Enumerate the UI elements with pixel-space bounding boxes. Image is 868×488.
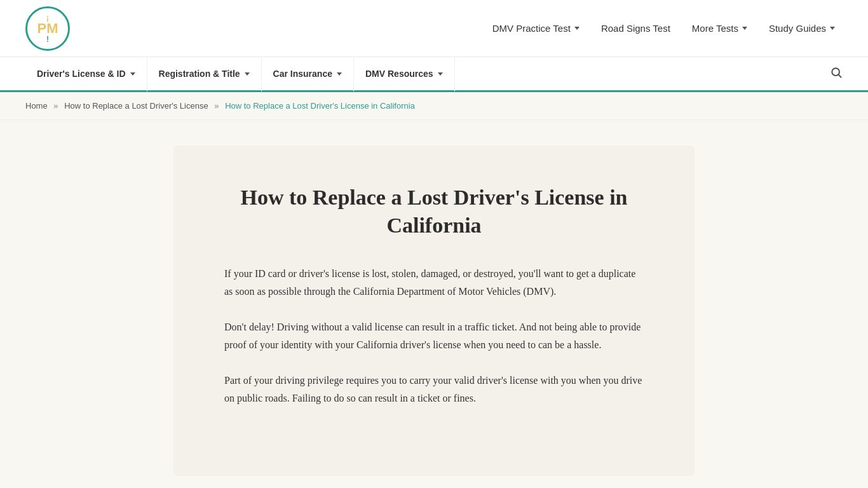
main-content: How to Replace a Lost Driver's License i… — [0, 120, 868, 488]
breadcrumb: Home » How to Replace a Lost Driver's Li… — [0, 92, 868, 120]
nav-car-insurance[interactable]: Car Insurance — [262, 57, 354, 92]
svg-line-1 — [839, 75, 841, 78]
logo[interactable]: ¡ PM ! — [25, 6, 70, 51]
chevron-down-icon — [130, 72, 135, 76]
nav-drivers-license[interactable]: Driver's License & ID — [25, 57, 147, 92]
chevron-down-icon — [438, 72, 443, 76]
logo-exclaim: ! — [37, 36, 58, 43]
article-paragraph-3: Part of your driving privilege requires … — [224, 372, 644, 407]
breadcrumb-separator: » — [53, 101, 58, 111]
article-body: If your ID card or driver's license is l… — [224, 265, 644, 407]
nav-more-tests[interactable]: More Tests — [684, 18, 755, 39]
breadcrumb-parent[interactable]: How to Replace a Lost Driver's License — [64, 101, 208, 111]
logo-pm: PM — [37, 22, 58, 36]
nav-road-signs-test[interactable]: Road Signs Test — [593, 18, 678, 39]
top-nav-links: DMV Practice Test Road Signs Test More T… — [485, 18, 843, 39]
chevron-down-icon — [830, 27, 835, 30]
chevron-down-icon — [245, 72, 250, 76]
article-title: How to Replace a Lost Driver's License i… — [224, 184, 644, 240]
nav-registration-title[interactable]: Registration & Title — [147, 57, 262, 92]
chevron-down-icon — [742, 27, 747, 30]
top-navigation: ¡ PM ! DMV Practice Test Road Signs Test… — [0, 0, 868, 57]
article-paragraph-1: If your ID card or driver's license is l… — [224, 265, 644, 301]
secondary-nav-links: Driver's License & ID Registration & Tit… — [25, 57, 455, 92]
article-card: How to Replace a Lost Driver's License i… — [173, 146, 695, 476]
breadcrumb-separator: » — [214, 101, 219, 111]
breadcrumb-current: How to Replace a Lost Driver's License i… — [225, 101, 415, 111]
article-paragraph-2: Don't delay! Driving without a valid lic… — [224, 318, 644, 354]
nav-study-guides[interactable]: Study Guides — [761, 18, 843, 39]
search-button[interactable] — [830, 66, 843, 81]
nav-dmv-resources[interactable]: DMV Resources — [354, 57, 455, 92]
nav-dmv-practice-test[interactable]: DMV Practice Test — [485, 18, 587, 39]
breadcrumb-home[interactable]: Home — [25, 101, 48, 111]
chevron-down-icon — [337, 72, 342, 76]
secondary-navigation: Driver's License & ID Registration & Tit… — [0, 57, 868, 92]
chevron-down-icon — [574, 27, 580, 30]
